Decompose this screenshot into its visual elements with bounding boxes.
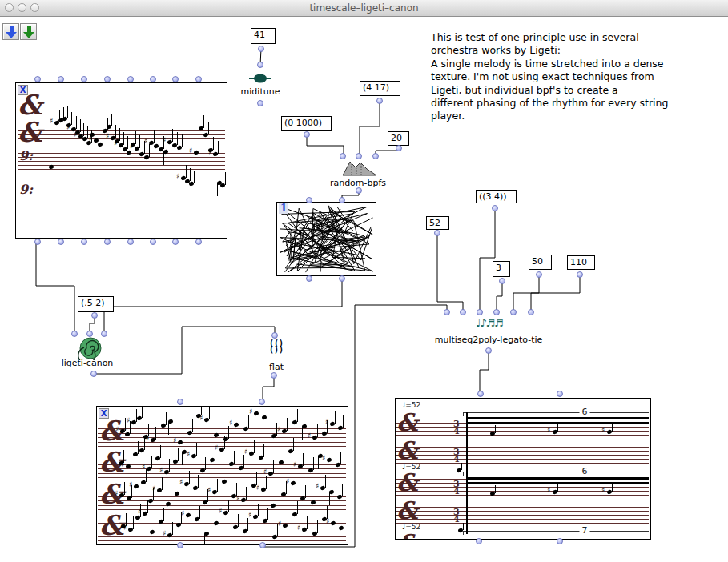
score-box-2[interactable]: &34&34&34&34&♩=52♩=52♩=52667♯♯♯♯ xyxy=(395,398,651,540)
port[interactable] xyxy=(339,275,345,282)
port[interactable] xyxy=(34,239,41,245)
port[interactable] xyxy=(259,399,265,405)
value-box-50[interactable]: 50 xyxy=(529,255,552,270)
value-box-52[interactable]: (.5 2) xyxy=(78,296,114,312)
port[interactable] xyxy=(101,331,107,337)
flat-icon[interactable]: (() ()) xyxy=(266,340,287,353)
sharp-sign: ♯ xyxy=(215,444,218,452)
port[interactable] xyxy=(372,153,379,159)
port[interactable] xyxy=(58,239,64,245)
port[interactable] xyxy=(259,542,266,548)
port[interactable] xyxy=(356,153,362,159)
port[interactable] xyxy=(557,391,563,397)
port[interactable] xyxy=(577,271,583,278)
port[interactable] xyxy=(90,371,97,377)
value-box-20[interactable]: 20 xyxy=(388,131,409,146)
port[interactable] xyxy=(528,309,534,315)
patch-cable[interactable] xyxy=(307,134,344,156)
port[interactable] xyxy=(477,309,483,315)
port[interactable] xyxy=(104,76,111,82)
port[interactable] xyxy=(434,230,440,236)
port[interactable] xyxy=(86,331,93,337)
port[interactable] xyxy=(150,76,156,82)
value-box-3[interactable]: 3 xyxy=(493,261,510,277)
port[interactable] xyxy=(150,239,156,245)
patch-cable[interactable] xyxy=(480,208,495,312)
patch-cable[interactable] xyxy=(36,242,74,334)
port[interactable] xyxy=(172,76,179,82)
port[interactable] xyxy=(444,309,450,315)
bpf-editor-box[interactable]: 1 xyxy=(276,202,376,276)
random-bpfs-icon[interactable] xyxy=(341,159,378,177)
value-box-41[interactable]: 41 xyxy=(251,28,276,44)
port[interactable] xyxy=(258,46,264,52)
port[interactable] xyxy=(493,309,500,315)
port[interactable] xyxy=(340,153,346,159)
port[interactable] xyxy=(510,309,517,315)
port[interactable] xyxy=(492,205,498,211)
port[interactable] xyxy=(257,62,263,68)
patch-cable[interactable] xyxy=(263,375,274,402)
port[interactable] xyxy=(127,239,134,245)
port[interactable] xyxy=(477,391,484,397)
port[interactable] xyxy=(460,309,466,315)
port[interactable] xyxy=(271,372,277,379)
value-box-417[interactable]: (4 17) xyxy=(360,81,400,96)
patch-cable[interactable] xyxy=(480,351,489,394)
port[interactable] xyxy=(81,239,87,245)
note-stem xyxy=(238,514,239,527)
port[interactable] xyxy=(356,187,362,194)
port[interactable] xyxy=(58,76,64,82)
patch-cable[interactable] xyxy=(437,233,463,312)
port[interactable] xyxy=(195,76,202,82)
run-blue-button[interactable] xyxy=(2,23,19,40)
patch-cable[interactable] xyxy=(360,101,380,156)
ligeti-canon-icon[interactable] xyxy=(78,336,103,360)
port[interactable] xyxy=(81,76,87,82)
note-stem xyxy=(234,451,235,464)
port[interactable] xyxy=(71,331,78,337)
port[interactable] xyxy=(536,271,542,278)
value-box-34[interactable]: ((3 4)) xyxy=(476,190,517,203)
port[interactable] xyxy=(306,197,312,203)
value-box-110[interactable]: 110 xyxy=(567,255,595,270)
port[interactable] xyxy=(376,98,383,104)
port[interactable] xyxy=(304,131,310,138)
port[interactable] xyxy=(177,399,183,405)
staff-line xyxy=(18,203,225,203)
patch-cable[interactable] xyxy=(94,327,275,374)
port[interactable] xyxy=(195,239,202,245)
score-box-1[interactable]: X&&&&♯♯♯♯♯♯♯♯♯♯♯♯♯♯♯♯♯♯♯♯♯♯♯♯♯♯♯♯♯♯♯♯♯♯♯… xyxy=(96,406,348,545)
run-green-button[interactable] xyxy=(20,23,37,40)
port[interactable] xyxy=(172,239,179,245)
port[interactable] xyxy=(104,239,111,245)
miditune-icon[interactable] xyxy=(249,74,271,83)
port[interactable] xyxy=(499,278,505,284)
port[interactable] xyxy=(396,145,402,151)
port[interactable] xyxy=(177,542,183,548)
value-box-01000[interactable]: (0 1000) xyxy=(281,116,332,131)
port[interactable] xyxy=(557,538,563,544)
multiseq-icon[interactable]: ♩♪♬♬ xyxy=(476,317,503,329)
score-box-0[interactable]: X&&9:9:♯♯♯♯♯♯♯♯♯♯♯♯ xyxy=(15,82,227,239)
bass-clef-icon: 9: xyxy=(19,150,33,163)
note-stem xyxy=(463,523,464,530)
port[interactable] xyxy=(485,347,492,354)
close-icon[interactable]: X xyxy=(18,85,28,95)
port[interactable] xyxy=(257,100,263,106)
port[interactable] xyxy=(91,312,98,319)
port[interactable] xyxy=(339,197,345,203)
port[interactable] xyxy=(271,332,278,339)
close-icon[interactable]: X xyxy=(99,408,109,419)
port[interactable] xyxy=(34,76,41,82)
port[interactable] xyxy=(476,538,482,544)
value-box-52[interactable]: 52 xyxy=(426,216,449,230)
note-stem xyxy=(191,502,191,515)
port[interactable] xyxy=(127,76,134,82)
patch-cable[interactable] xyxy=(104,279,342,334)
staff-line xyxy=(18,130,225,131)
patch-cable[interactable] xyxy=(531,275,580,312)
window-title: timescale–ligeti–canon xyxy=(0,2,728,14)
patch-cable[interactable] xyxy=(497,281,502,312)
port[interactable] xyxy=(306,275,312,282)
